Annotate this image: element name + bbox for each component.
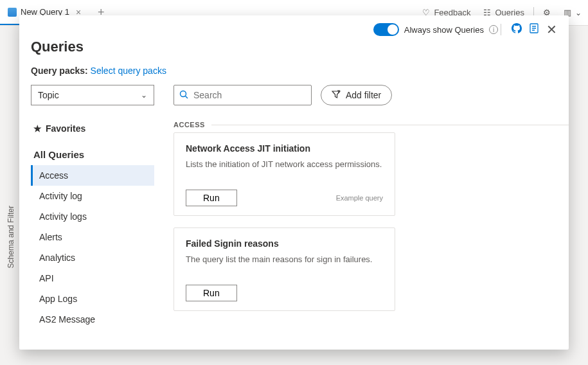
search-icon (179, 90, 188, 101)
card-tag: Example query (336, 194, 383, 202)
query-icon (8, 8, 17, 17)
category-item[interactable]: Analytics (31, 247, 154, 268)
card-title: Failed Signin reasons (186, 238, 383, 249)
search-field[interactable] (193, 90, 306, 100)
filter-icon (332, 90, 341, 101)
section-header: ACCESS (174, 121, 569, 129)
star-icon: ★ (33, 123, 42, 134)
topic-dropdown[interactable]: Topic ⌄ (31, 85, 154, 105)
run-button[interactable]: Run (186, 285, 237, 301)
modal-title: Queries (19, 37, 569, 66)
category-item[interactable]: Alerts (31, 227, 154, 247)
chevron-down-icon: ⌄ (141, 91, 147, 100)
category-list: Access Activity log Activity logs Alerts… (31, 165, 154, 350)
category-item[interactable]: Activity logs (31, 206, 154, 227)
chevron-down-icon: ⌄ (575, 8, 582, 17)
search-input[interactable] (174, 85, 312, 105)
toggle-label: Always show Queries (404, 25, 484, 35)
always-show-toggle[interactable] (373, 23, 399, 36)
category-item[interactable]: API (31, 268, 154, 289)
info-icon[interactable]: i (489, 25, 498, 34)
query-card[interactable]: Failed Signin reasons The query list the… (174, 227, 395, 311)
category-item[interactable]: App Logs (31, 289, 154, 309)
svg-point-4 (181, 91, 186, 96)
close-icon[interactable]: ✕ (546, 22, 557, 37)
document-icon[interactable] (530, 23, 539, 36)
queries-modal: Always show Queries i ✕ Queries Query pa… (19, 15, 569, 350)
card-title: Network Access JIT initiation (186, 143, 383, 154)
query-card[interactable]: Network Access JIT initiation Lists the … (174, 132, 395, 216)
category-item[interactable]: Access (31, 165, 154, 186)
category-item[interactable]: Activity log (31, 186, 154, 206)
add-filter-button[interactable]: Add filter (321, 85, 392, 105)
select-query-packs-link[interactable]: Select query packs (91, 66, 166, 76)
run-button[interactable]: Run (186, 190, 237, 206)
card-desc: The query list the main reasons for sign… (186, 254, 383, 265)
schema-filter-tab[interactable]: Schema and Filter (4, 199, 18, 274)
query-packs-label: Query packs: (31, 66, 88, 76)
favorites-label[interactable]: Favorites (46, 123, 85, 134)
card-desc: Lists the initiation of JIT network acce… (186, 159, 383, 170)
category-item[interactable]: AS2 Message (31, 309, 154, 330)
github-icon[interactable] (512, 23, 522, 36)
svg-line-5 (186, 96, 188, 98)
all-queries-heading[interactable]: All Queries (31, 141, 154, 165)
